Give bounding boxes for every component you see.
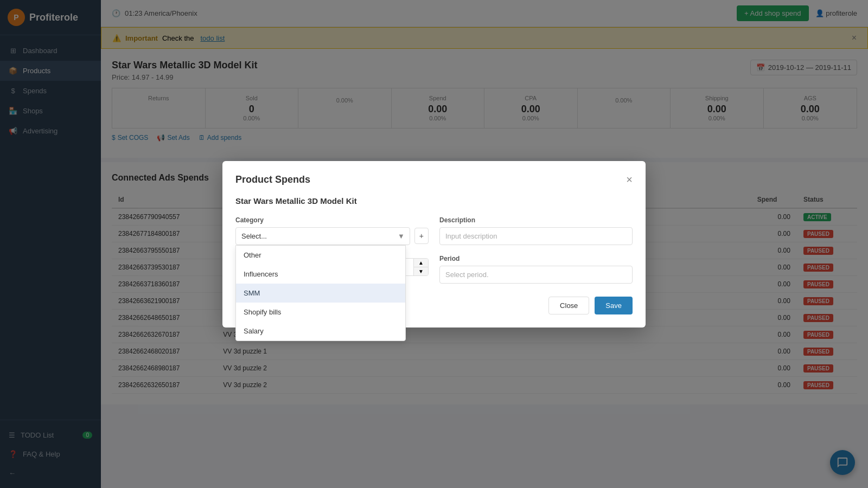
option-influencers[interactable]: Influencers (236, 265, 405, 284)
category-group: Category Select... ▼ + Other Influen (235, 216, 429, 245)
modal-subtitle: Star Wars Metallic 3D Model Kit (235, 196, 633, 206)
amount-up-button[interactable]: ▲ (414, 259, 428, 267)
description-input[interactable] (439, 227, 633, 245)
modal-title: Product Spends (235, 174, 310, 185)
modal-top-row: Category Select... ▼ + Other Influen (235, 216, 633, 245)
modal-close-button[interactable]: × (626, 174, 633, 185)
modal-close-action-button[interactable]: Close (548, 297, 589, 314)
modal-overlay[interactable]: Product Spends × Star Wars Metallic 3D M… (0, 0, 868, 488)
category-select-wrapper: Select... ▼ + Other Influencers SMM Shop… (235, 227, 429, 245)
option-other[interactable]: Other (236, 246, 405, 265)
period-input[interactable] (439, 266, 633, 284)
option-shopify-bills[interactable]: Shopify bills (236, 303, 405, 322)
description-label: Description (439, 216, 633, 224)
product-spends-modal: Product Spends × Star Wars Metallic 3D M… (222, 161, 646, 328)
modal-body: Category Select... ▼ + Other Influen (235, 216, 633, 284)
option-salary[interactable]: Salary (236, 322, 405, 341)
category-dropdown: Other Influencers SMM Shopify bills Sala… (235, 245, 406, 341)
period-group: Period (439, 255, 633, 284)
modal-save-button[interactable]: Save (595, 297, 633, 314)
modal-header: Product Spends × (235, 174, 633, 185)
category-label: Category (235, 216, 429, 224)
description-group: Description (439, 216, 633, 245)
option-smm[interactable]: SMM (236, 284, 405, 303)
period-label: Period (439, 255, 633, 262)
add-category-button[interactable]: + (414, 228, 429, 244)
category-select[interactable]: Select... (235, 227, 410, 245)
amount-down-button[interactable]: ▼ (414, 267, 428, 275)
